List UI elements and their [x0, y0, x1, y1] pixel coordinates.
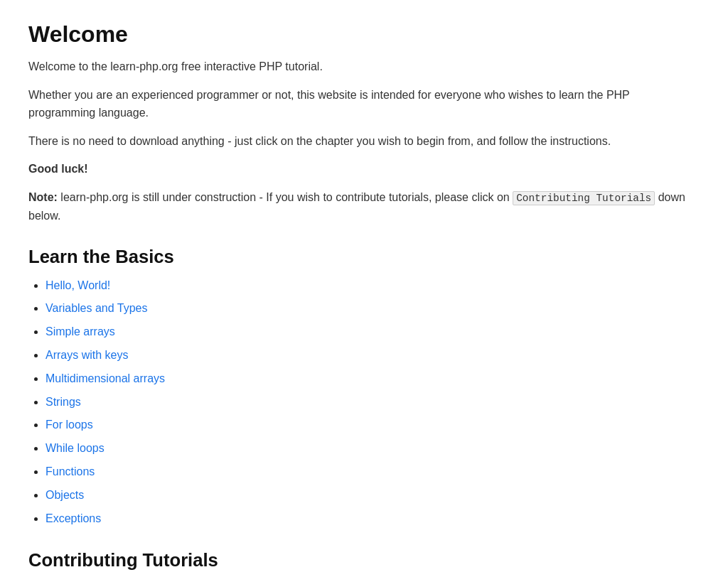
- welcome-paragraph-2: Whether you are an experienced programme…: [28, 86, 700, 122]
- list-item: Multidimensional arrays: [46, 369, 700, 389]
- list-item: Variables and Types: [46, 298, 700, 319]
- list-item: Hello, World!: [46, 276, 700, 296]
- basics-link[interactable]: While loops: [46, 442, 105, 454]
- list-item: Simple arrays: [46, 322, 700, 343]
- basics-link[interactable]: Multidimensional arrays: [46, 372, 165, 384]
- basics-link[interactable]: Strings: [46, 396, 81, 408]
- list-item: Arrays with keys: [46, 345, 700, 366]
- list-item: Strings: [46, 392, 700, 413]
- list-item: Functions: [46, 462, 700, 482]
- welcome-paragraph-1: Welcome to the learn-php.org free intera…: [28, 58, 700, 76]
- basics-heading: Learn the Basics: [28, 247, 700, 267]
- basics-link[interactable]: For loops: [46, 419, 93, 431]
- basics-link[interactable]: Arrays with keys: [46, 349, 128, 361]
- basics-link[interactable]: Hello, World!: [46, 279, 110, 291]
- note-body: learn-php.org is still under constructio…: [58, 191, 513, 203]
- note-paragraph: Note: learn-php.org is still under const…: [28, 188, 700, 225]
- basics-list: Hello, World!Variables and TypesSimple a…: [28, 276, 700, 529]
- contributing-heading: Contributing Tutorials: [28, 550, 700, 571]
- list-item: While loops: [46, 438, 700, 459]
- list-item: For loops: [46, 415, 700, 436]
- list-item: Exceptions: [46, 509, 700, 529]
- page-title: Welcome: [28, 21, 700, 48]
- basics-link[interactable]: Variables and Types: [46, 302, 148, 314]
- welcome-paragraph-3: There is no need to download anything - …: [28, 132, 700, 151]
- basics-link[interactable]: Simple arrays: [46, 325, 115, 338]
- basics-link[interactable]: Objects: [46, 489, 84, 501]
- contributing-tutorials-code: Contributing Tutorials: [513, 191, 655, 205]
- basics-link[interactable]: Exceptions: [46, 512, 101, 524]
- list-item: Objects: [46, 485, 700, 506]
- note-label: Note:: [28, 191, 58, 203]
- good-luck-text: Good luck!: [28, 160, 700, 178]
- basics-link[interactable]: Functions: [46, 465, 95, 478]
